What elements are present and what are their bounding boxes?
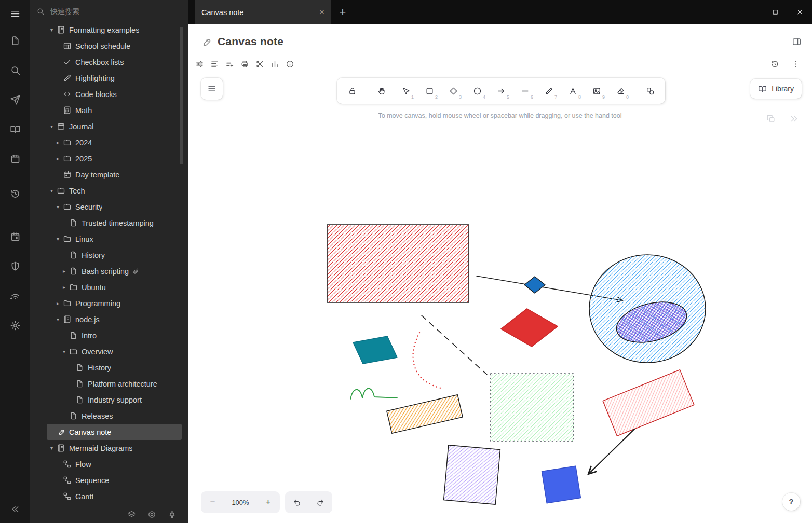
send-button[interactable] <box>5 89 25 110</box>
zoom-level[interactable]: 100% <box>224 499 256 506</box>
new-tab-button[interactable]: + <box>331 0 354 24</box>
tree-item-programming[interactable]: ▸Programming <box>47 295 182 311</box>
dashed-line[interactable] <box>422 315 487 375</box>
library-button[interactable]: Library <box>750 79 802 99</box>
tree-item-node-js[interactable]: ▾node.js <box>47 311 182 327</box>
redo-button[interactable] <box>309 491 331 513</box>
calendar-button[interactable] <box>5 148 25 169</box>
bar-chart-button[interactable] <box>268 58 281 70</box>
tree-item-tech[interactable]: ▾Tech <box>47 183 182 199</box>
align-left-button[interactable] <box>208 58 221 70</box>
tool-hand-button[interactable] <box>370 80 394 101</box>
search-input[interactable] <box>49 7 182 16</box>
sliders-button[interactable] <box>193 58 206 70</box>
zoom-in-button[interactable]: + <box>256 491 280 513</box>
blue-diamond[interactable] <box>524 277 545 293</box>
layers-button[interactable] <box>127 510 136 519</box>
tree-item-canvas-note[interactable]: Canvas note <box>47 424 182 440</box>
window-close-button[interactable] <box>788 0 812 24</box>
tree-item-2025[interactable]: ▸2025 <box>47 150 182 167</box>
shield-button[interactable] <box>5 256 25 277</box>
search-button[interactable] <box>5 60 25 80</box>
printer-button[interactable] <box>238 58 251 70</box>
tool-lock-open-button[interactable] <box>340 80 364 101</box>
tool-line-button[interactable]: 6 <box>513 80 537 101</box>
gear-button[interactable] <box>5 315 25 336</box>
tool-diamond-button[interactable]: 3 <box>441 80 465 101</box>
tree-item-highlighting[interactable]: Highlighting <box>47 70 182 86</box>
tree-item-sequence[interactable]: Sequence <box>47 472 182 488</box>
tool-text-button[interactable]: 8 <box>561 80 585 101</box>
canvas-drawing[interactable] <box>188 73 812 523</box>
tree-item-code-blocks[interactable]: Code blocks <box>47 86 182 102</box>
tree-item-2024[interactable]: ▸2024 <box>47 134 182 150</box>
scissors-button[interactable] <box>253 58 266 70</box>
pine-button[interactable] <box>168 510 177 519</box>
file-button[interactable] <box>5 30 25 51</box>
kebab-button[interactable] <box>789 58 802 70</box>
pink-rectangle[interactable] <box>603 370 694 436</box>
yellow-rectangle[interactable] <box>387 395 463 433</box>
tree-item-history[interactable]: History <box>47 360 182 376</box>
purple-square[interactable] <box>444 445 500 504</box>
tool-cursor-button[interactable]: 1 <box>394 80 417 101</box>
canvas-menu-button[interactable] <box>201 78 223 100</box>
tool-square-button[interactable]: 2 <box>417 80 441 101</box>
tree-item-day-template[interactable]: Day template <box>47 167 182 183</box>
tree-item-releases[interactable]: Releases <box>47 408 182 424</box>
tree-item-linux[interactable]: ▾Linux <box>47 231 182 247</box>
undo-button[interactable] <box>286 491 308 513</box>
tree-item-school-schedule[interactable]: School schedule <box>47 38 182 54</box>
zoom-out-button[interactable]: − <box>201 491 224 513</box>
tree-item-history[interactable]: History <box>47 247 182 263</box>
tool-circle-button[interactable]: 4 <box>465 80 489 101</box>
tree-item-formatting-examples[interactable]: ▾Formatting examples <box>47 22 182 38</box>
calendar-event-button[interactable] <box>5 226 25 247</box>
tree-item-checkbox-lists[interactable]: Checkbox lists <box>47 54 182 70</box>
history-button[interactable] <box>768 58 781 70</box>
tree-item-ubuntu[interactable]: ▸Ubuntu <box>47 279 182 295</box>
collapse-sidebar-button[interactable] <box>5 500 25 518</box>
chevrons-right-button[interactable] <box>789 114 799 123</box>
excalidraw-canvas[interactable]: 1234567890 Library To move canvas, hold … <box>188 73 812 523</box>
tool-image-button[interactable]: 9 <box>585 80 608 101</box>
down-arrow[interactable] <box>589 429 634 474</box>
tool-shapes-button[interactable] <box>638 80 662 101</box>
teal-parallelogram[interactable] <box>353 336 397 364</box>
window-maximize-button[interactable] <box>763 0 788 24</box>
help-button[interactable]: ? <box>782 493 800 511</box>
window-minimize-button[interactable] <box>739 0 763 24</box>
tree-item-trusted-timestamping[interactable]: Trusted timestamping <box>47 215 182 231</box>
dotted-curve[interactable] <box>413 333 441 388</box>
tree-item-mermaid-diagrams[interactable]: ▾Mermaid Diagrams <box>47 440 182 456</box>
green-dotted-square[interactable] <box>491 374 574 441</box>
wifi-button[interactable] <box>5 285 25 306</box>
tree-scrollbar[interactable] <box>180 27 183 164</box>
blue-square[interactable] <box>542 466 581 503</box>
tree-item-platform-architecture[interactable]: Platform architecture <box>47 376 182 392</box>
tree-item-journal[interactable]: ▾Journal <box>47 118 182 134</box>
tool-eraser-button[interactable]: 0 <box>608 80 632 101</box>
tree-item-gantt[interactable]: Gantt <box>47 488 182 504</box>
book-open-button[interactable] <box>5 119 25 140</box>
tool-arrow-right-button[interactable]: 5 <box>489 80 513 101</box>
list-plus-button[interactable] <box>223 58 236 70</box>
tree-item-flow[interactable]: Flow <box>47 456 182 472</box>
toggle-right-pane-button[interactable] <box>792 37 802 47</box>
tree-item-industry-support[interactable]: Industry support <box>47 392 182 408</box>
green-squiggle[interactable] <box>350 389 397 399</box>
target-button[interactable] <box>147 510 156 519</box>
info-button[interactable] <box>283 58 296 70</box>
history-button[interactable] <box>5 183 25 204</box>
tab-canvas-note[interactable]: Canvas note × <box>195 0 331 24</box>
copy-button[interactable] <box>766 114 776 123</box>
menu-button[interactable] <box>5 3 25 24</box>
tree-item-intro[interactable]: Intro <box>47 327 182 343</box>
tree-item-overview[interactable]: ▾Overview <box>47 343 182 360</box>
tool-pencil-button[interactable]: 7 <box>537 80 561 101</box>
red-parallelogram[interactable] <box>501 309 558 347</box>
tree-item-bash-scripting[interactable]: ▸Bash scripting <box>47 263 182 279</box>
tree-item-math[interactable]: Math <box>47 102 182 118</box>
tab-close-icon[interactable]: × <box>319 8 324 17</box>
tree-item-security[interactable]: ▾Security <box>47 199 182 215</box>
